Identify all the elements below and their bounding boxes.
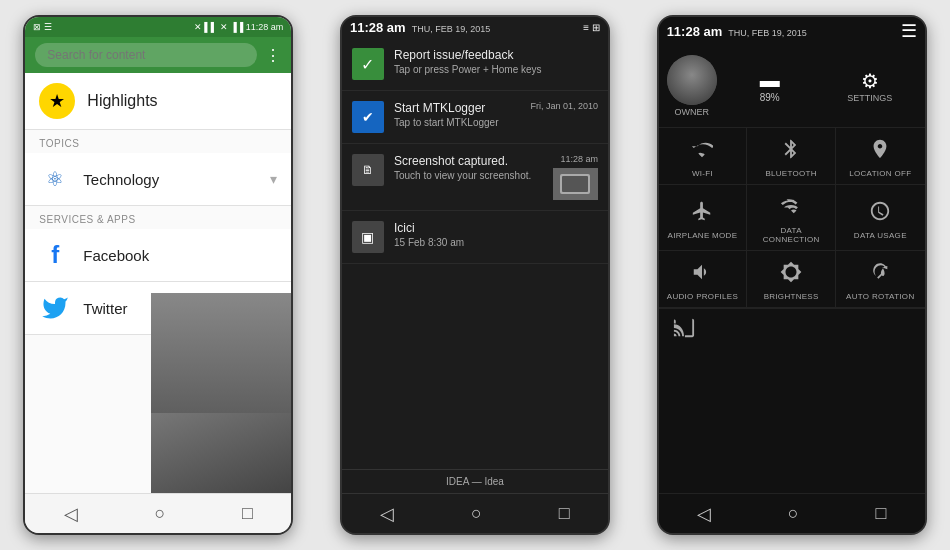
time-1: ✕ ▐▐ 11:28 am xyxy=(220,22,283,32)
twitter-icon xyxy=(39,292,71,324)
settings-section[interactable]: ⚙ SETTINGS xyxy=(823,69,917,103)
audio-label: AUDIO PROFILES xyxy=(667,292,738,301)
notif-icon-screenshot: 🗎 xyxy=(352,154,384,186)
owner-section: OWNER xyxy=(667,55,717,117)
technology-label: Technology xyxy=(83,171,258,188)
notif-content-mtk: Start MTKLogger Tap to start MTKLogger xyxy=(394,101,520,128)
date-2: THU, FEB 19, 2015 xyxy=(412,24,491,34)
recent-button-2[interactable]: □ xyxy=(559,503,570,524)
highlights-row[interactable]: ★ Highlights xyxy=(25,73,291,130)
phone-notifications: 11:28 am THU, FEB 19, 2015 ≡ ⊞ ✓ Report … xyxy=(340,15,610,535)
brightness-tile[interactable]: BRIGHTNESS xyxy=(747,251,836,308)
auto-rotation-tile[interactable]: AUTO ROTATION xyxy=(836,251,925,308)
airplane-tile[interactable]: AIRPLANE MODE xyxy=(659,185,748,251)
data-usage-icon xyxy=(869,200,891,228)
owner-label: OWNER xyxy=(674,107,709,117)
data-connection-icon xyxy=(780,195,802,223)
facebook-icon: f xyxy=(39,239,71,271)
settings-icon: ⚙ xyxy=(861,69,879,93)
date-3: THU, FEB 19, 2015 xyxy=(728,28,807,38)
quick-tiles-grid: WI-FI BLUETOOTH LOCATION OFF AIRPLANE MO… xyxy=(659,128,925,308)
nav-bar-1: ◁ ○ □ xyxy=(25,493,291,533)
cast-icon xyxy=(673,317,695,339)
twitter-label: Twitter xyxy=(83,300,127,317)
rotation-icon xyxy=(869,261,891,289)
time-3: 11:28 am xyxy=(667,24,723,39)
carrier-text: IDEA — Idea xyxy=(342,469,608,493)
notif-content-screenshot: Screenshot captured. Touch to view your … xyxy=(394,154,543,181)
location-label: LOCATION OFF xyxy=(849,169,911,178)
wifi-tile[interactable]: WI-FI xyxy=(659,128,748,185)
topics-section-label: TOPICS xyxy=(25,130,291,153)
technology-icon: ⚛ xyxy=(39,163,71,195)
status-icons-2: ≡ ⊞ xyxy=(583,22,600,33)
notif-sub-icici: 15 Feb 8:30 am xyxy=(394,237,598,248)
search-bar: ⋮ xyxy=(25,37,291,73)
notif-sub-mtk: Tap to start MTKLogger xyxy=(394,117,520,128)
technology-row[interactable]: ⚛ Technology ▾ xyxy=(25,153,291,206)
notif-report[interactable]: ✓ Report issue/feedback Tap or press Pow… xyxy=(342,38,608,91)
back-button-2[interactable]: ◁ xyxy=(380,503,394,525)
notif-sub-screenshot: Touch to view your screenshot. xyxy=(394,170,543,181)
data-usage-tile[interactable]: DATA USAGE xyxy=(836,185,925,251)
content-area: ★ Highlights TOPICS ⚛ Technology ▾ SERVI… xyxy=(25,73,291,493)
notif-time-screenshot: 11:28 am xyxy=(560,154,598,164)
status-left-icons: ⊠ ☰ xyxy=(33,22,52,32)
audio-profiles-tile[interactable]: AUDIO PROFILES xyxy=(659,251,748,308)
news-preview-2 xyxy=(151,413,291,493)
notif-icon-report: ✓ xyxy=(352,48,384,80)
recent-button-1[interactable]: □ xyxy=(242,503,253,524)
data-connection-tile[interactable]: DATA CONNECTION xyxy=(747,185,836,251)
notif-screenshot[interactable]: 🗎 Screenshot captured. Touch to view you… xyxy=(342,144,608,211)
status-bar-3: 11:28 am THU, FEB 19, 2015 ☰ xyxy=(659,17,925,45)
recent-button-3[interactable]: □ xyxy=(875,503,886,524)
services-section-label: SERVICES & APPS xyxy=(25,206,291,229)
search-input[interactable] xyxy=(35,43,257,67)
status-bar-1: ⊠ ☰ ✕ ▌▌ ✕ ▐▐ 11:28 am xyxy=(25,17,291,37)
more-icon[interactable]: ⋮ xyxy=(265,46,281,65)
battery-pct: 89% xyxy=(760,92,780,103)
notif-content-report: Report issue/feedback Tap or press Power… xyxy=(394,48,598,75)
highlights-label: Highlights xyxy=(87,92,157,110)
notif-title-screenshot: Screenshot captured. xyxy=(394,154,543,168)
bluetooth-label: BLUETOOTH xyxy=(765,169,816,178)
facebook-row[interactable]: f Facebook xyxy=(25,229,291,282)
notification-list: ✓ Report issue/feedback Tap or press Pow… xyxy=(342,38,608,469)
back-button-3[interactable]: ◁ xyxy=(697,503,711,525)
home-button-3[interactable]: ○ xyxy=(788,503,799,524)
wifi-label: WI-FI xyxy=(692,169,713,178)
facebook-label: Facebook xyxy=(83,247,149,264)
audio-icon xyxy=(691,261,713,289)
cast-row[interactable] xyxy=(659,308,925,347)
data-usage-label: DATA USAGE xyxy=(854,231,907,240)
notif-mtklogger[interactable]: ✔ Start MTKLogger Tap to start MTKLogger… xyxy=(342,91,608,144)
home-button-1[interactable]: ○ xyxy=(154,503,165,524)
notif-time-mtk: Fri, Jan 01, 2010 xyxy=(530,101,598,111)
rotation-label: AUTO ROTATION xyxy=(846,292,914,301)
menu-icon[interactable]: ☰ xyxy=(901,20,917,42)
notif-title-icici: Icici xyxy=(394,221,598,235)
time-2: 11:28 am xyxy=(350,20,406,35)
nav-bar-3: ◁ ○ □ xyxy=(659,493,925,533)
quick-panel: OWNER ▬ 89% ⚙ SETTINGS WI-FI xyxy=(659,45,925,493)
brightness-icon xyxy=(780,261,802,289)
bluetooth-tile[interactable]: BLUETOOTH xyxy=(747,128,836,185)
home-button-2[interactable]: ○ xyxy=(471,503,482,524)
notif-content-icici: Icici 15 Feb 8:30 am xyxy=(394,221,598,248)
phone-blinkfeed: ⊠ ☰ ✕ ▌▌ ✕ ▐▐ 11:28 am ⋮ ★ Highlights TO… xyxy=(23,15,293,535)
phone-quick-settings: 11:28 am THU, FEB 19, 2015 ☰ OWNER ▬ 89%… xyxy=(657,15,927,535)
location-icon xyxy=(869,138,891,166)
chevron-down-icon: ▾ xyxy=(270,171,277,187)
owner-avatar[interactable] xyxy=(667,55,717,105)
battery-icon: ▬ xyxy=(760,69,780,92)
back-button-1[interactable]: ◁ xyxy=(64,503,78,525)
status-bar-2: 11:28 am THU, FEB 19, 2015 ≡ ⊞ xyxy=(342,17,608,38)
qp-top-row: OWNER ▬ 89% ⚙ SETTINGS xyxy=(659,45,925,128)
location-tile[interactable]: LOCATION OFF xyxy=(836,128,925,185)
airplane-label: AIRPLANE MODE xyxy=(668,231,738,240)
battery-section: ▬ 89% xyxy=(723,69,817,103)
notif-icici[interactable]: ▣ Icici 15 Feb 8:30 am xyxy=(342,211,608,264)
highlights-icon: ★ xyxy=(39,83,75,119)
notif-icon-icici: ▣ xyxy=(352,221,384,253)
notif-title-mtk: Start MTKLogger xyxy=(394,101,520,115)
